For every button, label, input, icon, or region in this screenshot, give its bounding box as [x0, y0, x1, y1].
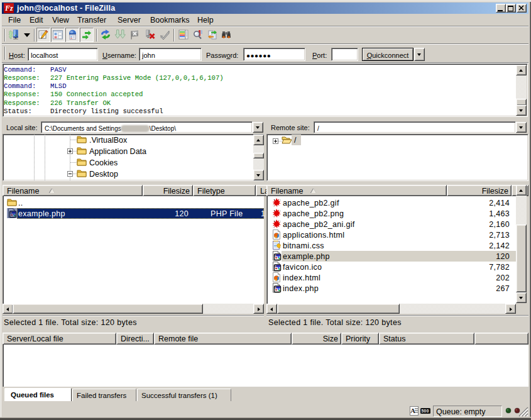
svg-text:Fz: Fz [4, 4, 13, 13]
svg-text:A: A [410, 407, 415, 414]
svg-text:500: 500 [422, 409, 429, 413]
